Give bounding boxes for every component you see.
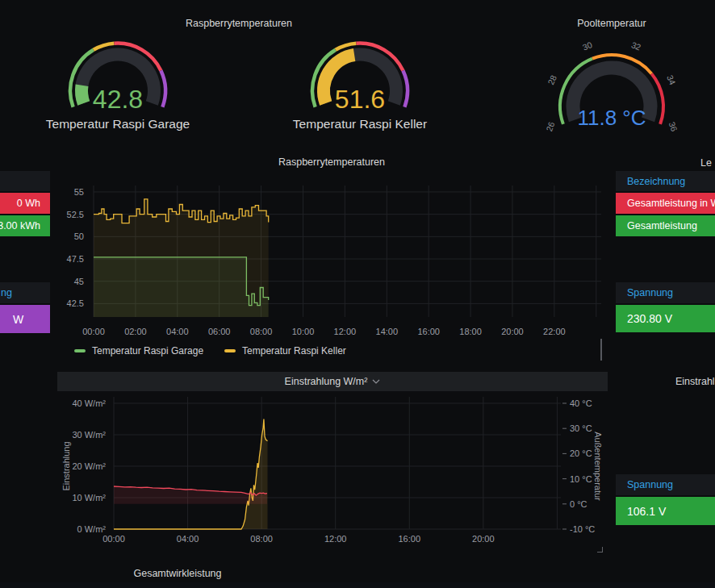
x-axis-tick: 16:00 [417, 327, 440, 336]
gauge-tick-label: 30 [581, 40, 593, 52]
legend-label-garage: Temperatur Raspi Garage [92, 345, 203, 357]
x-axis-tick: 08:00 [250, 534, 273, 544]
x-axis-tick: 20:00 [472, 534, 495, 544]
legend-item-keller[interactable]: Temperatur Raspi Keller [224, 345, 346, 357]
legend-label-keller: Temperatur Raspi Keller [242, 345, 346, 357]
gauge-label-raspi-garage: Temperatur Raspi Garage [29, 117, 207, 131]
gauge-threshold-ring [403, 71, 408, 107]
left-power-value: W [13, 313, 23, 326]
x-axis-tick: 08:00 [250, 327, 273, 336]
y-axis-tick-left: 10 W/m² [72, 493, 106, 503]
spannung-top-value: 230.80 V [627, 312, 672, 325]
cell-gesamtleistung-wh: Gesamtleistung in Wh [627, 198, 715, 209]
left-energy-row-kwh: 43.00 kWh [0, 215, 50, 236]
series-line-Einstrahlung[interactable] [114, 419, 268, 530]
gauge-value-text: 51.6 [335, 85, 385, 114]
x-axis-tick: 04:00 [166, 327, 189, 336]
gauge-label-raspi-keller: Temperatur Raspi Keller [271, 117, 449, 131]
y-axis-tick-left: 55 [74, 187, 84, 197]
gauge-threshold-ring [161, 71, 165, 107]
y-axis-label-right: Außentemperatur [593, 432, 603, 501]
y-axis-tick-right: 0 °C [570, 499, 587, 509]
y-axis-label-left: Einstrahlung [61, 441, 71, 490]
panel-resize-handle[interactable] [597, 547, 603, 553]
legend-swatch-garage [74, 349, 86, 352]
y-axis-tick-right: -10 °C [570, 524, 595, 534]
legend-item-garage[interactable]: Temperatur Raspi Garage [74, 345, 203, 357]
x-axis-tick: 00:00 [82, 327, 105, 336]
y-axis-tick-left: 50 [74, 231, 84, 241]
y-axis-tick-right: 30 °C [570, 423, 592, 433]
gauge-tick-label: 26 [544, 120, 556, 132]
panel-title-pooltemperatur[interactable]: Pooltemperatur [531, 18, 692, 29]
legend-swatch-keller [224, 349, 236, 352]
x-axis-tick: 02:00 [124, 327, 147, 336]
einstrahlung-chart[interactable]: 40 W/m²30 W/m²20 W/m²10 W/m²0 W/m²00:000… [48, 392, 613, 548]
gauge-value-text: 11.8 °C [577, 106, 646, 130]
x-axis-tick: 10:00 [292, 327, 315, 336]
left-power-header[interactable]: ng [0, 282, 50, 303]
x-axis-tick: 12:00 [324, 534, 347, 544]
panel-header-einstrahlung[interactable]: Einstrahlung W/m² [57, 372, 608, 391]
y-axis-tick-right: 20 °C [570, 448, 592, 458]
gauge-pooltemperatur: 26283032343611.8 °C [539, 40, 684, 137]
left-table-header[interactable] [0, 171, 50, 191]
left-energy-value-kwh: 43.00 kWh [0, 220, 40, 231]
next-panel-edge [0, 582, 715, 588]
y-axis-tick-left: 42.5 [67, 298, 84, 308]
column-header-bezeichnung[interactable]: Bezeichnung [616, 171, 715, 191]
panel-title-leistung[interactable]: Le [700, 157, 715, 169]
left-energy-value-wh: 0 Wh [17, 198, 40, 209]
x-axis-tick: 22:00 [543, 327, 566, 336]
x-axis-tick: 18:00 [459, 327, 482, 336]
spannung-bottom-value-cell: 106.1 V [616, 497, 715, 525]
spannung-bottom-value: 106.1 V [627, 505, 666, 518]
spannung-top-value-cell: 230.80 V [616, 305, 715, 332]
cell-gesamtleistung: Gesamtleistung [627, 220, 697, 231]
left-energy-row-wh: 0 Wh [0, 193, 50, 214]
spannung-bottom-header[interactable]: Spannung [616, 474, 715, 495]
gauge-value-text: 42.8 [93, 85, 143, 114]
gauge-tick-label: 28 [546, 73, 558, 86]
panel-title-gesamtwirkleistung[interactable]: Gesamtwirkleistung [48, 568, 307, 579]
left-power-value-cell: W [0, 305, 50, 333]
x-axis-tick: 04:00 [177, 534, 199, 544]
y-axis-tick-right: 10 °C [570, 474, 592, 484]
x-axis-tick: 14:00 [376, 327, 399, 336]
raspberry-temp-chart[interactable]: 5552.55047.54542.500:0002:0004:0006:0008… [48, 173, 613, 339]
panel-title-einstrahlung-right[interactable]: Einstrahl [675, 376, 715, 387]
gauge-value-arc [82, 85, 84, 103]
gauge-tick-label: 32 [630, 40, 642, 52]
panel-title-raspberrytemperaturen-chart[interactable]: Raspberrytemperaturen [49, 156, 614, 168]
table-row-gesamtleistung: Gesamtleistung [616, 215, 715, 236]
chevron-down-icon [372, 379, 380, 384]
series-fill-Temperatur Raspi Keller [94, 199, 269, 317]
scrollbar-thumb[interactable] [600, 339, 602, 361]
panel-title-raspberrytemperaturen-gauges[interactable]: Raspberrytemperaturen [77, 18, 400, 29]
y-axis-tick-left: 0 W/m² [77, 524, 107, 534]
y-axis-tick-left: 30 W/m² [72, 430, 106, 440]
series-fill-Einstrahlung [114, 419, 268, 530]
x-axis-tick: 20:00 [501, 327, 524, 336]
y-axis-tick-left: 47.5 [67, 254, 84, 264]
table-row-gesamtleistung-wh: Gesamtleistung in Wh [616, 193, 715, 214]
spannung-top-header[interactable]: Spannung [616, 282, 715, 303]
y-axis-tick-left: 40 W/m² [72, 398, 106, 408]
y-axis-tick-left: 20 W/m² [72, 461, 106, 471]
chart-legend: Temperatur Raspi Garage Temperatur Raspi… [74, 345, 346, 357]
y-axis-tick-left: 52.5 [67, 210, 84, 219]
panel-title-einstrahlung: Einstrahlung W/m² [285, 376, 368, 387]
gauge-tick-label: 34 [665, 73, 678, 86]
x-axis-tick: 06:00 [208, 327, 231, 336]
y-axis-tick-left: 45 [74, 277, 84, 286]
gauge-tick-label: 36 [667, 120, 679, 132]
y-axis-tick-right: 40 °C [570, 398, 592, 408]
x-axis-tick: 00:00 [102, 534, 125, 544]
x-axis-tick: 12:00 [334, 327, 357, 336]
x-axis-tick: 16:00 [399, 534, 421, 544]
